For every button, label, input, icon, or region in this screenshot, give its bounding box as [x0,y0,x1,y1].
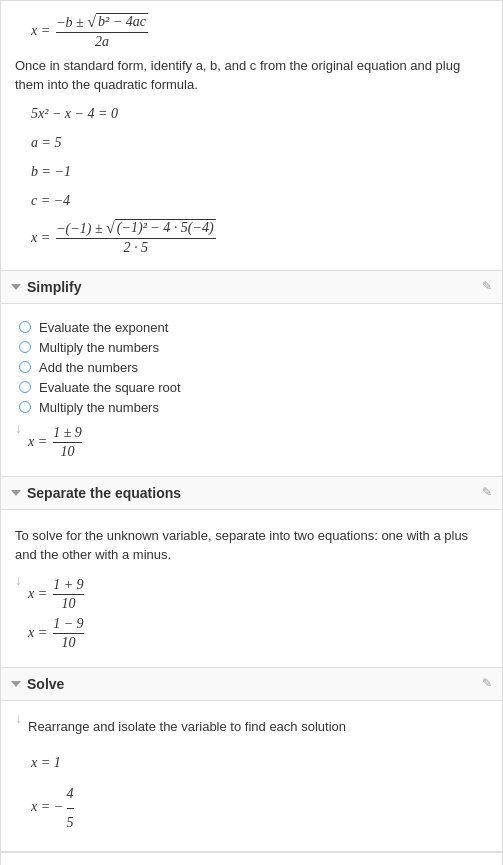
simplify-header[interactable]: Simplify ✎ [1,271,502,304]
list-item: Add the numbers [19,360,488,375]
simplify-final-eq: x = 1 ± 9 10 [28,425,82,460]
separate-edit-icon[interactable]: ✎ [482,485,492,500]
step-radio-2[interactable] [19,341,31,353]
simplify-result-eq: x = 1 ± 9 10 [28,421,82,464]
solve-title: Solve [27,676,64,692]
x-eq-label: x = [31,23,50,39]
sqrt-wrap: √ b² − 4ac [87,13,148,30]
step-radio-1[interactable] [19,321,31,333]
substituted-formula: x = −(−1) ± √ (−1)² − 4 · 5(−4) 2 · 5 [31,219,488,256]
solve-sublabel: Rearrange and isolate the variable to fi… [28,717,346,737]
prose-text: Once in standard form, identify a, b, an… [15,56,488,95]
list-item: Multiply the numbers [19,340,488,355]
solve-sub: ↓ Rearrange and isolate the variable to … [15,711,488,743]
separate-eq2: x = 1 − 9 10 [28,616,84,651]
simplify-edit-icon[interactable]: ✎ [482,279,492,294]
solve-body: ↓ Rearrange and isolate the variable to … [1,701,502,851]
separate-prose: To solve for the unknown variable, separ… [15,526,488,565]
list-item: Multiply the numbers [19,400,488,415]
list-item: Evaluate the exponent [19,320,488,335]
solve-header[interactable]: Solve ✎ [1,668,502,701]
simplify-section: Simplify ✎ Evaluate the exponent Multipl… [0,270,503,476]
step-radio-5[interactable] [19,401,31,413]
separate-body: To solve for the unknown variable, separ… [1,510,502,667]
formula-fraction: −b ± √ b² − 4ac 2a [56,13,148,50]
simplify-header-left: Simplify [11,279,81,295]
solve-header-left: Solve [11,676,64,692]
separate-equations: ↓ x = 1 + 9 10 x = 1 − 9 10 [15,573,488,655]
a-value: a = 5 [31,130,488,155]
formula-denominator: 2a [95,33,109,50]
step-radio-3[interactable] [19,361,31,373]
solve-collapse-icon[interactable] [11,681,21,687]
b-value: b = −1 [31,159,488,184]
solve-sol1: x = 1 [31,750,488,775]
simplify-collapse-icon[interactable] [11,284,21,290]
formula-numerator: −b ± √ b² − 4ac [56,13,148,33]
separate-arrow: ↓ [15,573,22,589]
solve-section: Solve ✎ ↓ Rearrange and isolate the vari… [0,667,503,852]
separate-header-left: Separate the equations [11,485,181,501]
c-value: c = −4 [31,188,488,213]
solution-box: ution = 1 = − 4 5 [0,852,503,865]
solve-edit-icon[interactable]: ✎ [482,676,492,691]
step-radio-4[interactable] [19,381,31,393]
simplify-result: ↓ x = 1 ± 9 10 [15,421,488,464]
simplify-body: Evaluate the exponent Multiply the numbe… [1,304,502,476]
top-section: x = −b ± √ b² − 4ac 2a Once in standard … [0,0,503,270]
separate-eq1: x = 1 + 9 10 [28,577,84,612]
step-label-4: Evaluate the square root [39,380,181,395]
separate-collapse-icon[interactable] [11,490,21,496]
separate-title: Separate the equations [27,485,181,501]
separate-section: Separate the equations ✎ To solve for th… [0,476,503,667]
separate-eqs: x = 1 + 9 10 x = 1 − 9 10 [28,573,84,655]
equation-display: 5x² − x − 4 = 0 [31,101,488,126]
simplify-steps: Evaluate the exponent Multiply the numbe… [19,320,488,415]
step-label-5: Multiply the numbers [39,400,159,415]
list-item: Evaluate the square root [19,380,488,395]
simplify-arrow: ↓ [15,421,22,437]
substituted-fraction: −(−1) ± √ (−1)² − 4 · 5(−4) 2 · 5 [56,219,215,256]
separate-header[interactable]: Separate the equations ✎ [1,477,502,510]
step-label-2: Multiply the numbers [39,340,159,355]
solve-arrow: ↓ [15,711,22,727]
solution-partial-title: ution [15,861,488,865]
simplify-title: Simplify [27,279,81,295]
step-label-3: Add the numbers [39,360,138,375]
solve-sol2: x = − 4 5 [31,781,488,834]
step-label-1: Evaluate the exponent [39,320,168,335]
quadratic-formula: x = −b ± √ b² − 4ac 2a [31,13,488,50]
